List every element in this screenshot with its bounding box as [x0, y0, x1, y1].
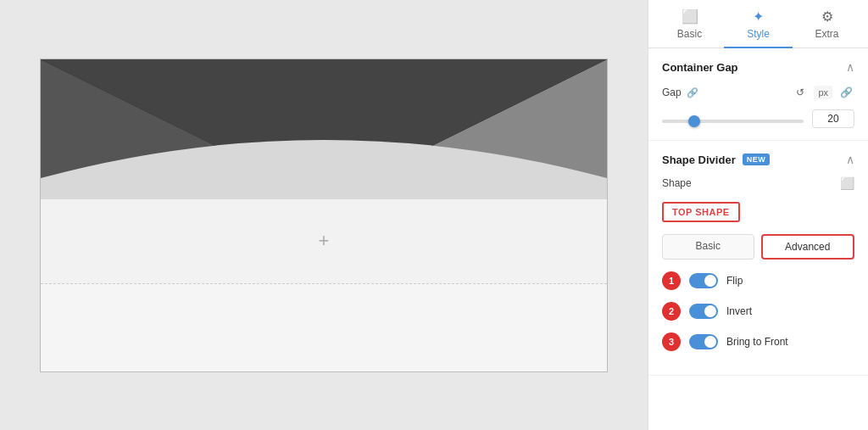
- toggle-row-invert: 2 Invert: [662, 302, 854, 321]
- toggle-row-flip: 1 Flip: [662, 271, 854, 290]
- tab-extra-label: Extra: [815, 28, 838, 40]
- container-gap-section: Container Gap ∧ Gap 🔗 ↺ px 🔗 20: [648, 48, 868, 141]
- container-gap-header: Container Gap ∧: [662, 60, 854, 74]
- add-block-icon[interactable]: +: [319, 232, 330, 250]
- gap-unit[interactable]: px: [814, 86, 832, 99]
- right-panel: ⬜ Basic ✦ Style ⚙ Extra Container Gap ∧ …: [648, 0, 868, 430]
- shape-section: [41, 59, 607, 199]
- tab-extra[interactable]: ⚙ Extra: [793, 0, 861, 48]
- middle-section: +: [41, 199, 607, 284]
- tab-style-label: Style: [747, 28, 770, 40]
- shape-divider-header: Shape Divider NEW ∧: [662, 153, 854, 166]
- gap-label: Gap 🔗: [662, 87, 698, 98]
- container-gap-collapse-icon[interactable]: ∧: [846, 60, 854, 74]
- tab-style[interactable]: ✦ Style: [724, 0, 793, 48]
- basic-tab-icon: ⬜: [682, 8, 698, 25]
- extra-tab-icon: ⚙: [821, 8, 833, 25]
- tabs-bar: ⬜ Basic ✦ Style ⚙ Extra: [648, 0, 868, 48]
- tab-basic-label: Basic: [677, 28, 702, 40]
- top-shape-button[interactable]: TOP SHAPE: [662, 202, 740, 222]
- gap-reset-icon[interactable]: ↺: [792, 84, 809, 101]
- shape-row: Shape ⬜: [662, 176, 854, 190]
- shape-divider-section: Shape Divider NEW ∧ Shape ⬜ TOP SHAPE Ba…: [648, 141, 868, 376]
- invert-toggle[interactable]: [689, 304, 718, 319]
- shape-tabs: Basic Advanced: [662, 234, 854, 260]
- gap-row: Gap 🔗 ↺ px 🔗: [662, 84, 854, 101]
- toggle-number-2: 2: [662, 302, 681, 321]
- canvas-frame: +: [40, 59, 608, 372]
- tab-basic[interactable]: ⬜ Basic: [655, 0, 724, 48]
- style-tab-icon: ✦: [753, 8, 764, 25]
- flip-label: Flip: [726, 275, 743, 287]
- gap-value-input[interactable]: 20: [812, 109, 854, 128]
- shape-tab-basic[interactable]: Basic: [662, 234, 754, 260]
- shape-tab-advanced[interactable]: Advanced: [761, 234, 855, 260]
- slider-row: 20: [662, 109, 854, 128]
- toggle-number-1: 1: [662, 271, 681, 290]
- shape-divider-title: Shape Divider: [662, 154, 736, 166]
- new-badge: NEW: [743, 154, 771, 165]
- canvas-area: +: [0, 0, 648, 430]
- gap-slider[interactable]: [662, 120, 804, 123]
- toggle-row-bring-to-front: 3 Bring to Front: [662, 332, 854, 351]
- panel-content: Container Gap ∧ Gap 🔗 ↺ px 🔗 20: [648, 48, 868, 430]
- shape-divider-collapse-icon[interactable]: ∧: [846, 153, 854, 166]
- gap-link2-icon[interactable]: 🔗: [837, 84, 854, 101]
- slider-container: [662, 111, 804, 126]
- bring-to-front-toggle[interactable]: [689, 334, 718, 349]
- shape-label: Shape: [662, 177, 692, 189]
- gap-text: Gap: [662, 87, 682, 98]
- gap-link-icon: 🔗: [687, 87, 698, 98]
- bring-to-front-label: Bring to Front: [726, 336, 788, 348]
- bottom-section: [41, 284, 607, 372]
- invert-label: Invert: [726, 305, 752, 317]
- toggle-number-3: 3: [662, 332, 681, 351]
- container-gap-title: Container Gap: [662, 61, 738, 74]
- shape-copy-icon[interactable]: ⬜: [840, 176, 854, 190]
- gap-controls: ↺ px 🔗: [792, 84, 854, 101]
- shape-svg: [41, 59, 607, 199]
- flip-toggle[interactable]: [689, 273, 718, 288]
